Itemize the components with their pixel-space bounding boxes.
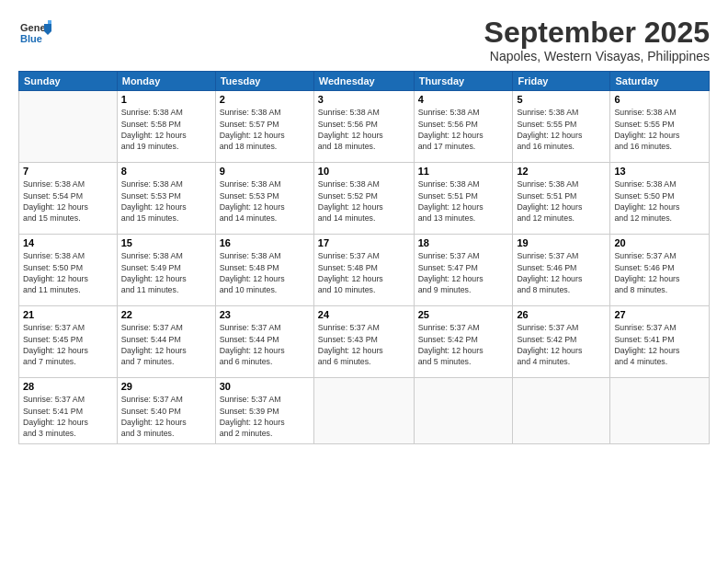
day-number: 6	[614, 94, 705, 105]
day-info: Sunrise: 5:38 AM Sunset: 5:50 PM Dayligh…	[23, 250, 113, 295]
day-info: Sunrise: 5:37 AM Sunset: 5:42 PM Dayligh…	[517, 322, 606, 367]
day-cell: 29Sunrise: 5:37 AM Sunset: 5:40 PM Dayli…	[117, 378, 215, 444]
day-number: 11	[418, 166, 509, 177]
header: General Blue September 2025 Napoles, Wes…	[18, 17, 710, 63]
day-number: 22	[121, 309, 211, 320]
calendar-table: Sunday Monday Tuesday Wednesday Thursday…	[18, 71, 710, 444]
day-cell: 15Sunrise: 5:38 AM Sunset: 5:49 PM Dayli…	[117, 235, 215, 306]
day-cell: 19Sunrise: 5:37 AM Sunset: 5:46 PM Dayli…	[513, 235, 610, 306]
day-cell: 13Sunrise: 5:38 AM Sunset: 5:50 PM Dayli…	[610, 163, 710, 235]
day-number: 10	[318, 166, 410, 177]
day-number: 27	[614, 309, 705, 320]
day-info: Sunrise: 5:37 AM Sunset: 5:43 PM Dayligh…	[318, 322, 410, 367]
day-number: 19	[517, 237, 606, 248]
day-info: Sunrise: 5:37 AM Sunset: 5:46 PM Dayligh…	[517, 250, 606, 295]
logo-icon: General Blue	[18, 17, 51, 50]
col-saturday: Saturday	[610, 72, 710, 91]
day-cell: 8Sunrise: 5:38 AM Sunset: 5:53 PM Daylig…	[117, 163, 215, 235]
day-number: 25	[418, 309, 509, 320]
day-cell: 22Sunrise: 5:37 AM Sunset: 5:44 PM Dayli…	[117, 306, 215, 378]
day-number: 9	[220, 166, 310, 177]
col-tuesday: Tuesday	[215, 72, 313, 91]
day-number: 23	[220, 309, 310, 320]
day-info: Sunrise: 5:38 AM Sunset: 5:53 PM Dayligh…	[121, 178, 211, 224]
week-row-4: 21Sunrise: 5:37 AM Sunset: 5:45 PM Dayli…	[19, 306, 710, 378]
day-cell	[414, 378, 513, 444]
day-cell: 3Sunrise: 5:38 AM Sunset: 5:56 PM Daylig…	[313, 91, 414, 163]
day-number: 20	[614, 237, 705, 248]
day-info: Sunrise: 5:37 AM Sunset: 5:45 PM Dayligh…	[23, 322, 113, 367]
day-info: Sunrise: 5:38 AM Sunset: 5:50 PM Dayligh…	[614, 178, 705, 224]
day-number: 24	[318, 309, 410, 320]
day-info: Sunrise: 5:38 AM Sunset: 5:54 PM Dayligh…	[23, 178, 113, 224]
col-sunday: Sunday	[19, 72, 118, 91]
day-info: Sunrise: 5:38 AM Sunset: 5:49 PM Dayligh…	[121, 250, 211, 295]
week-row-3: 14Sunrise: 5:38 AM Sunset: 5:50 PM Dayli…	[19, 235, 710, 306]
month-title: September 2025	[484, 17, 710, 49]
day-cell: 12Sunrise: 5:38 AM Sunset: 5:51 PM Dayli…	[513, 163, 610, 235]
day-info: Sunrise: 5:37 AM Sunset: 5:46 PM Dayligh…	[614, 250, 705, 295]
subtitle: Napoles, Western Visayas, Philippines	[484, 49, 710, 63]
day-number: 21	[23, 309, 113, 320]
day-number: 28	[23, 381, 113, 392]
day-number: 30	[220, 381, 310, 392]
day-info: Sunrise: 5:38 AM Sunset: 5:56 PM Dayligh…	[318, 107, 410, 152]
day-number: 12	[517, 166, 606, 177]
day-info: Sunrise: 5:37 AM Sunset: 5:42 PM Dayligh…	[418, 322, 509, 367]
day-cell	[610, 378, 710, 444]
day-cell	[313, 378, 414, 444]
page: General Blue September 2025 Napoles, Wes…	[0, 0, 728, 563]
day-number: 15	[121, 237, 211, 248]
day-info: Sunrise: 5:38 AM Sunset: 5:53 PM Dayligh…	[220, 178, 310, 224]
day-info: Sunrise: 5:38 AM Sunset: 5:52 PM Dayligh…	[318, 178, 410, 224]
day-cell: 18Sunrise: 5:37 AM Sunset: 5:47 PM Dayli…	[414, 235, 513, 306]
day-cell: 21Sunrise: 5:37 AM Sunset: 5:45 PM Dayli…	[19, 306, 118, 378]
day-number: 2	[220, 94, 310, 105]
day-info: Sunrise: 5:37 AM Sunset: 5:41 PM Dayligh…	[614, 322, 705, 367]
svg-text:Blue: Blue	[20, 33, 42, 44]
week-row-2: 7Sunrise: 5:38 AM Sunset: 5:54 PM Daylig…	[19, 163, 710, 235]
day-cell: 26Sunrise: 5:37 AM Sunset: 5:42 PM Dayli…	[513, 306, 610, 378]
day-info: Sunrise: 5:37 AM Sunset: 5:40 PM Dayligh…	[121, 394, 211, 439]
day-info: Sunrise: 5:37 AM Sunset: 5:47 PM Dayligh…	[418, 250, 509, 295]
day-info: Sunrise: 5:38 AM Sunset: 5:55 PM Dayligh…	[517, 107, 606, 152]
day-cell: 28Sunrise: 5:37 AM Sunset: 5:41 PM Dayli…	[19, 378, 118, 444]
day-cell: 30Sunrise: 5:37 AM Sunset: 5:39 PM Dayli…	[215, 378, 313, 444]
day-number: 7	[23, 166, 113, 177]
day-number: 14	[23, 237, 113, 248]
day-number: 29	[121, 381, 211, 392]
day-cell: 4Sunrise: 5:38 AM Sunset: 5:56 PM Daylig…	[414, 91, 513, 163]
day-cell: 1Sunrise: 5:38 AM Sunset: 5:58 PM Daylig…	[117, 91, 215, 163]
day-info: Sunrise: 5:37 AM Sunset: 5:41 PM Dayligh…	[23, 394, 113, 439]
logo: General Blue	[18, 17, 55, 53]
day-info: Sunrise: 5:38 AM Sunset: 5:48 PM Dayligh…	[220, 250, 310, 295]
svg-marker-4	[48, 20, 51, 24]
day-cell: 25Sunrise: 5:37 AM Sunset: 5:42 PM Dayli…	[414, 306, 513, 378]
day-info: Sunrise: 5:38 AM Sunset: 5:51 PM Dayligh…	[517, 178, 606, 224]
day-info: Sunrise: 5:38 AM Sunset: 5:56 PM Dayligh…	[418, 107, 509, 152]
day-cell: 5Sunrise: 5:38 AM Sunset: 5:55 PM Daylig…	[513, 91, 610, 163]
day-cell	[513, 378, 610, 444]
day-cell: 11Sunrise: 5:38 AM Sunset: 5:51 PM Dayli…	[414, 163, 513, 235]
day-cell	[19, 91, 118, 163]
col-thursday: Thursday	[414, 72, 513, 91]
col-monday: Monday	[117, 72, 215, 91]
day-number: 13	[614, 166, 705, 177]
day-number: 5	[517, 94, 606, 105]
day-cell: 17Sunrise: 5:37 AM Sunset: 5:48 PM Dayli…	[313, 235, 414, 306]
day-info: Sunrise: 5:37 AM Sunset: 5:39 PM Dayligh…	[220, 394, 310, 439]
day-cell: 23Sunrise: 5:37 AM Sunset: 5:44 PM Dayli…	[215, 306, 313, 378]
day-info: Sunrise: 5:37 AM Sunset: 5:44 PM Dayligh…	[220, 322, 310, 367]
day-info: Sunrise: 5:38 AM Sunset: 5:55 PM Dayligh…	[614, 107, 705, 152]
day-cell: 27Sunrise: 5:37 AM Sunset: 5:41 PM Dayli…	[610, 306, 710, 378]
day-cell: 7Sunrise: 5:38 AM Sunset: 5:54 PM Daylig…	[19, 163, 118, 235]
week-row-5: 28Sunrise: 5:37 AM Sunset: 5:41 PM Dayli…	[19, 378, 710, 444]
title-block: September 2025 Napoles, Western Visayas,…	[484, 17, 710, 63]
day-cell: 10Sunrise: 5:38 AM Sunset: 5:52 PM Dayli…	[313, 163, 414, 235]
col-friday: Friday	[513, 72, 610, 91]
day-number: 26	[517, 309, 606, 320]
day-cell: 6Sunrise: 5:38 AM Sunset: 5:55 PM Daylig…	[610, 91, 710, 163]
day-number: 3	[318, 94, 410, 105]
header-row: Sunday Monday Tuesday Wednesday Thursday…	[19, 72, 710, 91]
day-info: Sunrise: 5:37 AM Sunset: 5:44 PM Dayligh…	[121, 322, 211, 367]
